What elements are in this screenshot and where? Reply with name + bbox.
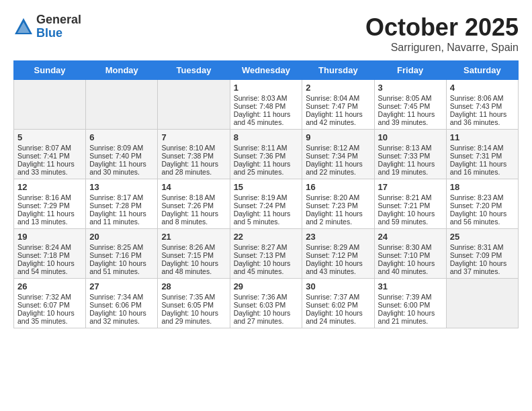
day-info: Sunrise: 8:25 AM [89, 243, 154, 251]
day-number: 4 [450, 83, 515, 93]
day-info: Daylight: 11 hours and 39 minutes. [378, 110, 443, 126]
day-header-sunday: Sunday [14, 61, 86, 80]
day-header-tuesday: Tuesday [158, 61, 230, 80]
day-info: Sunrise: 8:04 AM [306, 94, 370, 102]
calendar-cell: 11Sunrise: 8:14 AMSunset: 7:31 PMDayligh… [446, 130, 518, 179]
calendar-cell [446, 279, 518, 328]
day-info: Daylight: 11 hours and 30 minutes. [89, 160, 154, 176]
day-info: Daylight: 11 hours and 42 minutes. [306, 110, 370, 126]
day-info: Sunset: 7:41 PM [17, 152, 82, 160]
day-info: Daylight: 10 hours and 48 minutes. [161, 259, 226, 275]
day-info: Sunrise: 8:06 AM [450, 94, 515, 102]
day-info: Sunset: 7:16 PM [89, 251, 154, 259]
day-info: Daylight: 11 hours and 22 minutes. [306, 160, 370, 176]
day-info: Sunrise: 8:16 AM [17, 193, 82, 201]
day-number: 21 [161, 232, 226, 242]
day-info: Sunrise: 8:23 AM [450, 193, 515, 201]
day-info: Sunrise: 8:03 AM [234, 94, 299, 102]
day-info: Sunrise: 8:17 AM [89, 193, 154, 201]
day-number: 17 [378, 182, 443, 192]
calendar-cell: 26Sunrise: 7:32 AMSunset: 6:07 PMDayligh… [14, 279, 86, 328]
day-number: 1 [234, 83, 299, 93]
calendar-week-3: 12Sunrise: 8:16 AMSunset: 7:29 PMDayligh… [14, 179, 519, 229]
calendar-cell: 6Sunrise: 8:09 AMSunset: 7:40 PMDaylight… [86, 130, 158, 179]
day-info: Sunset: 7:40 PM [89, 152, 154, 160]
day-number: 9 [306, 132, 370, 142]
day-number: 20 [89, 232, 154, 242]
day-info: Sunrise: 8:07 AM [17, 144, 82, 152]
day-info: Sunset: 7:26 PM [161, 201, 226, 210]
calendar-cell: 16Sunrise: 8:20 AMSunset: 7:23 PMDayligh… [302, 179, 374, 229]
day-number: 18 [450, 182, 515, 192]
day-info: Sunset: 7:28 PM [89, 201, 154, 210]
day-info: Sunset: 7:33 PM [378, 152, 443, 160]
day-number: 16 [306, 182, 370, 192]
day-info: Sunrise: 8:21 AM [378, 193, 443, 201]
day-info: Daylight: 10 hours and 27 minutes. [234, 309, 299, 325]
calendar-cell: 4Sunrise: 8:06 AMSunset: 7:43 PMDaylight… [446, 80, 518, 130]
day-number: 25 [450, 232, 515, 242]
day-number: 3 [378, 83, 443, 93]
day-info: Sunset: 7:12 PM [306, 251, 370, 259]
day-info: Sunset: 6:06 PM [89, 301, 154, 309]
calendar-cell: 7Sunrise: 8:10 AMSunset: 7:38 PMDaylight… [158, 130, 230, 179]
day-info: Sunrise: 8:19 AM [234, 193, 299, 201]
calendar-cell: 29Sunrise: 7:36 AMSunset: 6:03 PMDayligh… [230, 279, 302, 328]
day-info: Sunrise: 7:36 AM [234, 293, 299, 301]
day-info: Daylight: 11 hours and 19 minutes. [378, 160, 443, 176]
calendar-cell: 9Sunrise: 8:12 AMSunset: 7:34 PMDaylight… [302, 130, 374, 179]
calendar-cell: 2Sunrise: 8:04 AMSunset: 7:47 PMDaylight… [302, 80, 374, 130]
day-info: Sunrise: 7:39 AM [378, 293, 443, 301]
day-info: Sunrise: 8:27 AM [234, 243, 299, 251]
day-info: Sunrise: 7:35 AM [161, 293, 226, 301]
day-info: Sunset: 7:48 PM [234, 102, 299, 110]
calendar-cell: 30Sunrise: 7:37 AMSunset: 6:02 PMDayligh… [302, 279, 374, 328]
day-info: Sunset: 6:05 PM [161, 301, 226, 309]
calendar-cell: 27Sunrise: 7:34 AMSunset: 6:06 PMDayligh… [86, 279, 158, 328]
day-info: Daylight: 11 hours and 5 minutes. [234, 210, 299, 226]
day-info: Sunset: 7:15 PM [161, 251, 226, 259]
calendar-week-4: 19Sunrise: 8:24 AMSunset: 7:18 PMDayligh… [14, 229, 519, 279]
day-info: Sunrise: 8:31 AM [450, 243, 515, 251]
day-header-monday: Monday [86, 61, 158, 80]
day-info: Sunset: 7:45 PM [378, 102, 443, 110]
page-header: General Blue October 2025 Sarriguren, Na… [13, 13, 519, 54]
day-info: Sunset: 7:36 PM [234, 152, 299, 160]
day-info: Sunrise: 7:37 AM [306, 293, 370, 301]
calendar-cell: 12Sunrise: 8:16 AMSunset: 7:29 PMDayligh… [14, 179, 86, 229]
day-number: 23 [306, 232, 370, 242]
calendar-cell: 21Sunrise: 8:26 AMSunset: 7:15 PMDayligh… [158, 229, 230, 279]
day-info: Sunset: 7:29 PM [17, 201, 82, 210]
month-title: October 2025 [365, 13, 519, 42]
day-info: Sunrise: 8:13 AM [378, 144, 443, 152]
location: Sarriguren, Navarre, Spain [365, 42, 519, 54]
day-info: Daylight: 10 hours and 54 minutes. [17, 259, 82, 275]
day-info: Sunset: 6:02 PM [306, 301, 370, 309]
logo-general-text: General [36, 13, 81, 27]
calendar-cell: 24Sunrise: 8:30 AMSunset: 7:10 PMDayligh… [374, 229, 446, 279]
day-info: Daylight: 11 hours and 8 minutes. [161, 210, 226, 226]
calendar-cell [14, 80, 86, 130]
day-info: Daylight: 10 hours and 59 minutes. [378, 210, 443, 226]
day-info: Sunset: 7:20 PM [450, 201, 515, 210]
calendar-cell: 19Sunrise: 8:24 AMSunset: 7:18 PMDayligh… [14, 229, 86, 279]
day-info: Daylight: 11 hours and 33 minutes. [17, 160, 82, 176]
day-number: 31 [378, 281, 443, 291]
day-info: Daylight: 11 hours and 36 minutes. [450, 110, 515, 126]
day-number: 27 [89, 281, 154, 291]
logo-blue-text: Blue [36, 27, 81, 40]
logo: General Blue [13, 13, 81, 40]
calendar-cell: 10Sunrise: 8:13 AMSunset: 7:33 PMDayligh… [374, 130, 446, 179]
day-number: 22 [234, 232, 299, 242]
day-info: Daylight: 11 hours and 16 minutes. [450, 160, 515, 176]
day-info: Sunset: 7:47 PM [306, 102, 370, 110]
day-number: 7 [161, 132, 226, 142]
day-info: Daylight: 11 hours and 45 minutes. [234, 110, 299, 126]
day-info: Daylight: 11 hours and 25 minutes. [234, 160, 299, 176]
day-number: 29 [234, 281, 299, 291]
day-info: Sunrise: 8:12 AM [306, 144, 370, 152]
calendar-week-1: 1Sunrise: 8:03 AMSunset: 7:48 PMDaylight… [14, 80, 519, 130]
calendar-cell: 28Sunrise: 7:35 AMSunset: 6:05 PMDayligh… [158, 279, 230, 328]
day-number: 26 [17, 281, 82, 291]
day-info: Sunrise: 8:09 AM [89, 144, 154, 152]
